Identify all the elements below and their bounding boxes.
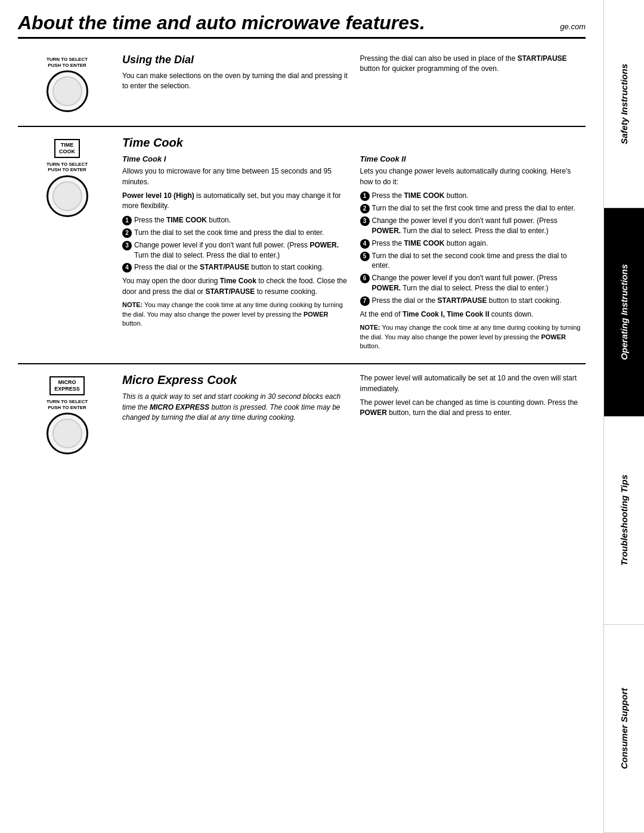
step-circle-2: 2 (122, 228, 132, 238)
ii-step-circle-7: 7 (360, 296, 370, 306)
sidebar-tab-consumer[interactable]: Consumer Support (603, 625, 644, 833)
time-cook-i-step-1: 1 Press the TIME COOK button. (122, 215, 348, 225)
right-sidebar: Safety Instructions Operating Instructio… (603, 0, 644, 833)
dial-section-left: TURN TO SELECTPUSH TO ENTER (18, 54, 122, 117)
dial-container: TURN TO SELECTPUSH TO ENTER (47, 57, 88, 112)
step-circle-4: 4 (122, 263, 132, 272)
micro-dial-illustration (47, 413, 88, 454)
timecook-dial-label: TURN TO SELECTPUSH TO ENTER (47, 162, 88, 173)
ii-step-1-text: Press the TIME COOK button. (372, 191, 586, 201)
time-cook-ii-step-6: 6 Change the power level if you don't wa… (360, 273, 586, 293)
sidebar-tab-troubleshooting[interactable]: Troubleshooting Tips (603, 417, 644, 625)
step-1-text: Press the TIME COOK button. (134, 215, 348, 225)
timecook-dial-inner (52, 181, 82, 211)
micro-dial-inner (52, 419, 82, 448)
sidebar-tab-troubleshooting-label: Troubleshooting Tips (619, 475, 629, 566)
ii-step-2-text: Turn the dial to set the first cook time… (372, 203, 586, 213)
time-cook-ii-step-3: 3 Change the power level if you don't wa… (360, 216, 586, 236)
sidebar-tab-consumer-label: Consumer Support (619, 688, 629, 769)
sidebar-tab-operating[interactable]: Operating Instructions (603, 208, 644, 416)
section-micro-express: MICROEXPRESS TURN TO SELECTPUSH TO ENTER… (18, 364, 586, 468)
page-title: About the time and auto microwave featur… (18, 12, 425, 34)
timecook-dial-illustration (47, 175, 88, 217)
website-url: ge.com (560, 22, 586, 31)
using-dial-right: Using the Dial You can make selections o… (122, 54, 586, 117)
ii-step-4-text: Press the TIME COOK button again. (372, 239, 586, 249)
time-cook-i-middle-text: You may open the door during Time Cook t… (122, 276, 348, 297)
micro-dial-label: TURN TO SELECTPUSH TO ENTER (47, 399, 88, 410)
time-cook-i-subtitle: Time Cook I (122, 154, 348, 163)
step-2-text: Turn the dial to set the cook time and p… (134, 228, 348, 238)
time-cook-i-step-3: 3 Change power level if you don't want f… (122, 240, 348, 261)
time-cook-ii-step-1: 1 Press the TIME COOK button. (360, 191, 586, 201)
micro-dial-container: TURN TO SELECTPUSH TO ENTER (47, 399, 88, 454)
micro-express-title: Micro Express Cook (122, 373, 348, 387)
sidebar-tab-safety-label: Safety Instructions (619, 64, 629, 144)
ii-step-5-text: Turn the dial to set the second cook tim… (372, 251, 586, 271)
ii-step-circle-5: 5 (360, 252, 370, 261)
dial-illustration (47, 70, 88, 112)
time-cook-ii-step-4: 4 Press the TIME COOK button again. (360, 239, 586, 249)
step-4-text: Press the dial or the START/PAUSE button… (134, 262, 348, 272)
section-time-cook: TIMECOOK TURN TO SELECTPUSH TO ENTER Tim… (18, 127, 586, 364)
micro-express-col-right: The power level will automatically be se… (360, 373, 586, 459)
time-cook-button: TIMECOOK (54, 139, 80, 158)
using-dial-col-left: Using the Dial You can make selections o… (122, 54, 348, 117)
micro-express-col-left: Micro Express Cook This is a quick way t… (122, 373, 348, 459)
time-cook-ii-end-note: At the end of Time Cook I, Time Cook II … (360, 309, 586, 320)
timecook-col-right: Time Cook Time Cook II Lets you change p… (360, 136, 586, 354)
using-dial-col-right: Pressing the dial can also be used in pl… (360, 54, 586, 117)
time-cook-ii-intro: Lets you change power levels automatical… (360, 166, 586, 187)
time-cook-ii-note: NOTE: You may change the cook time at an… (360, 323, 586, 351)
using-dial-left-text: You can make selections on the oven by t… (122, 71, 348, 92)
ii-step-circle-3: 3 (360, 216, 370, 226)
micro-express-right-text-2: The power level can be changed as time i… (360, 398, 586, 419)
step-circle-3: 3 (122, 241, 132, 250)
time-cook-i-note: NOTE: You may change the cook time at an… (122, 301, 348, 328)
time-cook-ii-step-2: 2 Turn the dial to set the first cook ti… (360, 203, 586, 213)
sidebar-tab-operating-label: Operating Instructions (619, 264, 629, 360)
page-header: About the time and auto microwave featur… (18, 12, 586, 39)
time-cook-i-intro: Allows you to microwave for any time bet… (122, 166, 348, 187)
dial-inner (52, 76, 82, 106)
micro-express-left-text: This is a quick way to set and start coo… (122, 392, 348, 423)
ii-step-6-text: Change the power level if you don't want… (372, 273, 586, 293)
micro-express-right: Micro Express Cook This is a quick way t… (122, 373, 586, 459)
timecook-right: Time Cook Time Cook I Allows you to micr… (122, 136, 586, 354)
using-dial-right-text: Pressing the dial can also be used in pl… (360, 54, 586, 75)
using-dial-title: Using the Dial (122, 54, 348, 66)
time-cook-title: Time Cook (122, 136, 348, 150)
time-cook-i-step-2: 2 Turn the dial to set the cook time and… (122, 228, 348, 238)
page-wrapper: About the time and auto microwave featur… (0, 0, 644, 833)
time-cook-ii-step-5: 5 Turn the dial to set the second cook t… (360, 251, 586, 271)
ii-step-circle-1: 1 (360, 191, 370, 201)
section-using-dial: TURN TO SELECTPUSH TO ENTER Using the Di… (18, 48, 586, 127)
time-cook-i-power-note: Power level 10 (High) is automatically s… (122, 191, 348, 212)
step-circle-1: 1 (122, 216, 132, 225)
time-cook-i-step-4: 4 Press the dial or the START/PAUSE butt… (122, 262, 348, 272)
main-content: About the time and auto microwave featur… (0, 0, 603, 833)
sidebar-tab-safety[interactable]: Safety Instructions (603, 0, 644, 208)
step-3-text: Change power level if you don't want ful… (134, 240, 348, 261)
micro-express-button: MICROEXPRESS (49, 376, 85, 395)
timecook-col-left: Time Cook Time Cook I Allows you to micr… (122, 136, 348, 354)
ii-step-7-text: Press the dial or the START/PAUSE button… (372, 296, 586, 306)
micro-section-left: MICROEXPRESS TURN TO SELECTPUSH TO ENTER (18, 373, 122, 459)
ii-step-circle-2: 2 (360, 204, 370, 213)
micro-express-right-text-1: The power level will automatically be se… (360, 373, 586, 394)
timecook-section-left: TIMECOOK TURN TO SELECTPUSH TO ENTER (18, 136, 122, 354)
ii-step-circle-4: 4 (360, 239, 370, 249)
timecook-dial-container: TURN TO SELECTPUSH TO ENTER (47, 162, 88, 217)
ii-step-3-text: Change the power level if you don't want… (372, 216, 586, 236)
ii-step-circle-6: 6 (360, 274, 370, 283)
time-cook-ii-subtitle: Time Cook II (360, 154, 586, 163)
time-cook-ii-step-7: 7 Press the dial or the START/PAUSE butt… (360, 296, 586, 306)
dial-label: TURN TO SELECTPUSH TO ENTER (47, 57, 88, 68)
